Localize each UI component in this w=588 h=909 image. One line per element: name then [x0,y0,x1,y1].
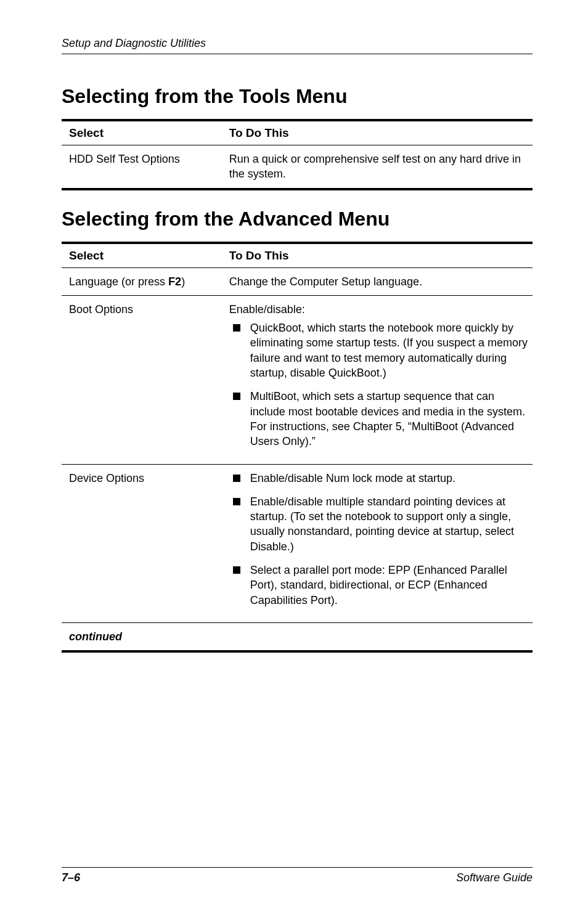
adv-lang-select: Language (or press F2) [62,268,222,296]
tools-table: Select To Do This HDD Self Test Options … [62,119,533,190]
list-item: MultiBoot, which sets a startup sequence… [229,389,529,449]
adv-lang-key: F2 [168,275,181,288]
adv-lang-pre: Language (or press [69,275,168,288]
adv-header-todo: To Do This [222,244,533,268]
tools-header-todo: To Do This [222,121,533,145]
advanced-section-title: Selecting from the Advanced Menu [62,208,533,230]
table-row: Language (or press F2) Change the Comput… [62,268,533,296]
adv-boot-list: QuickBoot, which starts the notebook mor… [229,320,529,449]
footer-doc-title: Software Guide [456,871,533,884]
table-row: Boot Options Enable/disable: QuickBoot, … [62,296,533,464]
tools-row1-select: HDD Self Test Options [62,145,222,189]
adv-lang-todo: Change the Computer Setup language. [222,268,533,296]
adv-boot-lead: Enable/disable: [229,302,529,317]
adv-dev-select: Device Options [62,465,222,623]
adv-dev-todo: Enable/disable Num lock mode at startup.… [222,465,533,623]
footer-page-number: 7–6 [62,871,80,884]
list-item: Select a parallel port mode: EPP (Enhanc… [229,563,529,608]
page: Setup and Diagnostic Utilities Selecting… [0,0,588,909]
tools-header-select: Select [62,121,222,145]
tools-row1-todo: Run a quick or comprehensive self test o… [222,145,533,189]
list-item: Enable/disable Num lock mode at startup. [229,471,529,486]
page-footer: 7–6 Software Guide [62,830,533,884]
adv-dev-list: Enable/disable Num lock mode at startup.… [229,471,529,608]
adv-lang-post: ) [181,275,185,288]
adv-header-select: Select [62,244,222,268]
tools-section-title: Selecting from the Tools Menu [62,85,533,108]
table-row: HDD Self Test Options Run a quick or com… [62,145,533,189]
table-row: Device Options Enable/disable Num lock m… [62,465,533,623]
running-head: Setup and Diagnostic Utilities [62,37,533,54]
advanced-table: Select To Do This Language (or press F2)… [62,242,533,653]
list-item: QuickBoot, which starts the notebook mor… [229,320,529,380]
adv-boot-todo: Enable/disable: QuickBoot, which starts … [222,296,533,464]
adv-boot-select: Boot Options [62,296,222,464]
continued-label: continued [62,623,533,651]
list-item: Enable/disable multiple standard pointin… [229,494,529,554]
